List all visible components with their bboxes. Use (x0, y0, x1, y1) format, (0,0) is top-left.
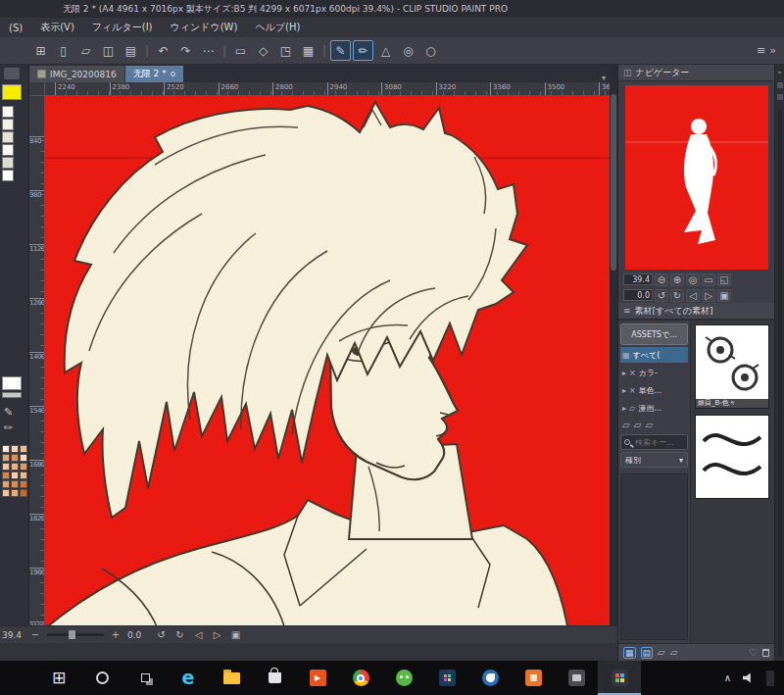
grid-view-icon[interactable]: ▦ (623, 647, 636, 659)
expand-icon[interactable]: ▸ (622, 404, 626, 413)
material-item-waves[interactable] (695, 415, 769, 499)
ime-indicator[interactable] (766, 670, 774, 686)
movies-app-button[interactable]: ▶ (296, 661, 339, 695)
redo-icon[interactable]: ↷ (175, 40, 196, 61)
flip-vertical-icon[interactable]: ▷ (211, 629, 223, 640)
new-file-icon[interactable]: ▯ (53, 40, 74, 61)
folder-icon[interactable]: ▱ (645, 420, 653, 430)
flip-vertical-icon[interactable]: ▷ (702, 289, 715, 302)
pen-tool-icon[interactable]: ✎ (4, 406, 13, 419)
pencil-tool-icon[interactable]: ✏ (4, 422, 13, 434)
search-input[interactable] (633, 437, 684, 448)
panel-dock-icon[interactable] (777, 82, 783, 88)
transparent-color-swatch[interactable] (2, 392, 22, 398)
menu-item-filter[interactable]: フィルター(I) (83, 21, 162, 34)
expand-icon[interactable]: ▸ (622, 386, 626, 395)
fit-to-window-icon[interactable]: ▭ (702, 273, 715, 286)
zoom-in-icon[interactable]: ⊕ (670, 273, 684, 286)
tree-item-all[interactable]: ▦ すべて( (620, 347, 688, 363)
tree-item-monochrome[interactable]: ▸ × 単色... (620, 382, 688, 398)
zoom-in-button[interactable]: + (110, 629, 122, 640)
toolbar-menu-icon[interactable]: ≡ (757, 44, 765, 57)
select-rect-icon[interactable]: ▭ (230, 40, 251, 61)
sub-color-swatch[interactable] (2, 376, 22, 390)
navigator-zoom-value[interactable]: 39.4 (623, 273, 653, 285)
start-button[interactable]: ⊞ (37, 661, 80, 695)
home-icon[interactable]: ⊞ (30, 40, 51, 61)
flip-horizontal-icon[interactable]: ◁ (192, 629, 205, 640)
photos-app-button[interactable] (425, 661, 468, 695)
collapse-panels-icon[interactable]: » (777, 69, 781, 76)
edge-button[interactable]: e (167, 661, 210, 695)
snap-grid-icon[interactable]: ▦ (298, 40, 318, 61)
panel-scrollbar[interactable] (778, 110, 782, 657)
rotate-left-icon[interactable]: ↺ (155, 629, 168, 640)
rotate-right-icon[interactable]: ↻ (670, 289, 684, 302)
toolbar-more-icon[interactable]: » (769, 44, 776, 57)
print-icon[interactable]: ▤ (121, 40, 141, 61)
assets-search-button[interactable]: ASSETSで... (620, 323, 688, 345)
pen-tool-icon[interactable]: ✏ (353, 40, 373, 61)
document-tab-active[interactable]: 无限 2 * (125, 66, 183, 82)
show-hidden-icons-chevron[interactable]: ∧ (724, 672, 731, 683)
panel-dock-icon[interactable] (777, 94, 783, 100)
reset-rotation-icon[interactable]: ▣ (717, 289, 731, 302)
volume-icon[interactable] (743, 672, 755, 684)
zoom-value[interactable]: 39.4 (2, 630, 24, 640)
menu-item-help[interactable]: ヘルプ(H) (246, 21, 309, 34)
folder-up-icon[interactable]: ▱ (634, 420, 642, 430)
search-button[interactable] (80, 661, 123, 695)
skin-tone-palette[interactable] (2, 445, 28, 497)
flip-horizontal-icon[interactable]: ◁ (686, 289, 700, 302)
save-icon[interactable]: ◫ (98, 40, 119, 61)
chrome-button[interactable] (339, 661, 382, 695)
current-color-swatch[interactable] (2, 84, 22, 100)
rotate-right-icon[interactable]: ↻ (173, 629, 186, 640)
material-item-eyes[interactable]: 娘目_B-色々 (695, 324, 769, 409)
clip-studio-paint-button[interactable] (598, 661, 641, 695)
more-dots-icon[interactable]: ⋯ (198, 40, 219, 61)
zoom-out-icon[interactable]: ⊖ (655, 273, 668, 286)
menu-item-view[interactable]: 表示(V) (31, 21, 83, 34)
reset-view-icon[interactable]: ▣ (229, 629, 242, 640)
scrollbar-thumb[interactable] (611, 94, 616, 271)
select-lasso-icon[interactable]: ◇ (253, 40, 273, 61)
canvas-scrollbar[interactable] (610, 65, 617, 643)
type-dropdown[interactable]: 種別 ▾ (620, 452, 688, 468)
mail-app-button[interactable] (468, 661, 512, 695)
zoom-out-button[interactable]: − (29, 629, 41, 640)
undo-icon[interactable]: ↶ (153, 40, 173, 61)
canvas[interactable] (45, 96, 610, 643)
figure-tool-icon[interactable]: △ (375, 40, 396, 61)
store-button[interactable] (253, 661, 296, 695)
crop-icon[interactable]: ◳ (275, 40, 296, 61)
tree-item-color[interactable]: ▸ × カラ- (620, 365, 688, 380)
tree-item-manga[interactable]: ▸ ▱ 漫画... (620, 400, 688, 416)
open-folder-icon[interactable]: ▱ (75, 40, 96, 61)
clip-studio-button[interactable] (555, 661, 598, 695)
fit-to-screen-icon[interactable]: ◱ (717, 273, 731, 286)
tab-overflow-icon[interactable]: ▾ (602, 74, 610, 82)
menu-item-window[interactable]: ウィンドウ(W) (162, 21, 247, 34)
orange-app-button[interactable] (512, 661, 555, 695)
document-tab-img[interactable]: IMG_20200816 (29, 66, 124, 82)
rotate-left-icon[interactable]: ↺ (655, 289, 668, 302)
trash-icon[interactable] (762, 649, 769, 657)
list-view-icon[interactable]: ▤ (641, 647, 654, 659)
zoom-100-icon[interactable]: ◎ (686, 273, 700, 286)
import-material-icon[interactable]: ▱ (670, 647, 678, 658)
zoom-slider[interactable] (47, 633, 104, 636)
circle-tool-icon[interactable]: ○ (420, 40, 441, 61)
navigator-thumbnail[interactable] (625, 85, 767, 270)
color-history-swatches[interactable] (2, 106, 14, 181)
brush-tool-icon[interactable]: ✎ (330, 40, 351, 61)
green-app-button[interactable] (382, 661, 425, 695)
tab-close-icon[interactable] (171, 72, 175, 76)
new-folder-icon[interactable]: ▱ (658, 647, 665, 658)
panel-tab-icon[interactable] (4, 68, 20, 79)
rotation-value[interactable]: 0.0 (127, 630, 149, 640)
panel-menu-icon[interactable]: ≡ (623, 306, 631, 316)
compass-tool-icon[interactable]: ◎ (398, 40, 418, 61)
expand-icon[interactable]: ▸ (622, 369, 626, 377)
new-folder-icon[interactable]: ▱ (622, 420, 630, 430)
